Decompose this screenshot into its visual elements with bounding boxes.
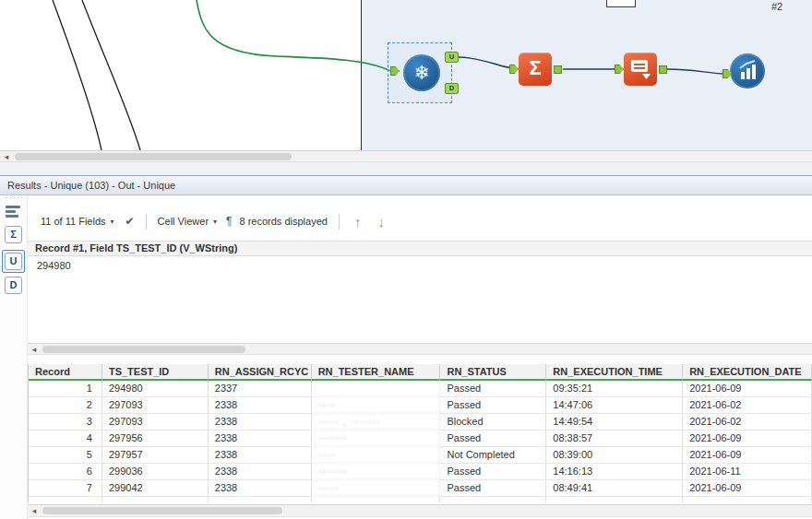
table-row[interactable]: 3 297093 2338 ····· , ······· Blocked 14…	[29, 414, 812, 431]
fields-dropdown[interactable]: 11 of 11 Fields ▾	[41, 216, 114, 227]
table-row[interactable]: 4 297956 2338 ······· Passed 08:38:57 20…	[29, 431, 812, 447]
cell-status[interactable]: Not Completed	[440, 447, 546, 464]
cell-record[interactable]: 2	[29, 397, 102, 414]
cell-tester[interactable]: ·······	[312, 431, 441, 447]
table-row[interactable]: 1 294980 2337 Passed 09:35:21 2021-06-09	[29, 381, 812, 397]
cell-rcyc[interactable]: 2338	[209, 397, 312, 414]
workflow-canvas[interactable]: #2 ❄ U D Σ	[0, 0, 812, 150]
cell-test-id[interactable]: 297093	[102, 397, 209, 414]
scroll-left-arrow-icon[interactable]: ◂	[0, 151, 13, 161]
cell-rcyc[interactable]: 2338	[209, 431, 312, 447]
cell-record[interactable]: 4	[29, 431, 102, 447]
cell-time[interactable]: 14:47:06	[546, 397, 683, 414]
cell-test-id[interactable]: 299042	[102, 480, 209, 497]
cell-date[interactable]: 2021-06-09	[683, 431, 812, 447]
cell-rcyc[interactable]: 2338	[209, 464, 312, 480]
cell-test-id[interactable]: 297093	[102, 414, 209, 431]
table-horizontal-scrollbar[interactable]: ◂	[28, 504, 812, 517]
cell-viewer-scrollbar-thumb[interactable]	[42, 346, 245, 353]
results-toolbar: 11 of 11 Fields ▾ ✔ Cell Viewer ▾ ¶ 8 re…	[28, 208, 812, 234]
canvas-horizontal-scrollbar[interactable]: ◂	[0, 150, 812, 162]
cell-time[interactable]: 08:39:00	[546, 447, 683, 464]
cell-tester[interactable]: ····· , ·······	[312, 414, 441, 431]
cell-viewer-dropdown[interactable]: Cell Viewer ▾	[158, 216, 217, 227]
cell-date[interactable]: 2021-06-11	[683, 464, 812, 480]
column-header[interactable]: RN_EXECUTION_TIME	[546, 364, 683, 381]
column-header[interactable]: RN_ASSIGN_RCYC	[209, 364, 312, 381]
cell-status[interactable]: Passed	[440, 397, 546, 414]
cell-date[interactable]: 2021-06-09	[683, 480, 812, 497]
table-row[interactable]: 7 299042 2338 ····· Passed 08:49:41 2021…	[29, 480, 812, 497]
column-header[interactable]: RN_TESTER_NAME	[312, 364, 441, 381]
column-header[interactable]: RN_EXECUTION_DATE	[683, 364, 812, 381]
summarize-output-anchor[interactable]	[554, 65, 562, 74]
comment-box-partial[interactable]	[606, 0, 636, 7]
cell-record[interactable]: 7	[29, 480, 102, 497]
cell-viewer-scrollbar[interactable]: ◂	[28, 343, 812, 355]
cell-time[interactable]: 08:38:57	[546, 431, 683, 447]
table-row[interactable]: 5 297957 2338 ···· Not Completed 08:39:0…	[29, 447, 812, 464]
cell-time[interactable]: 14:49:54	[546, 414, 683, 431]
cell-tester[interactable]: ····	[312, 397, 441, 414]
table-row[interactable]: 2 297093 2338 ···· Passed 14:47:06 2021-…	[29, 397, 812, 414]
cell-test-id[interactable]: 294980	[102, 381, 209, 397]
cell-date[interactable]: 2021-06-02	[683, 397, 812, 414]
scroll-left-arrow-icon[interactable]: ◂	[28, 505, 41, 516]
crosstab-output-anchor[interactable]	[659, 65, 667, 74]
cell-test-id[interactable]: 297956	[102, 431, 209, 447]
cell-time[interactable]: 08:49:41	[546, 480, 683, 497]
apply-check-icon[interactable]: ✔	[125, 215, 135, 228]
cell-record[interactable]: 1	[29, 381, 102, 397]
unique-output-d-anchor[interactable]: D	[445, 83, 459, 94]
cell-tester[interactable]: ·······	[312, 464, 441, 480]
cell-test-id[interactable]: 299036	[102, 464, 209, 480]
cell-test-id[interactable]: 297957	[102, 447, 209, 464]
unique-u-view-selected[interactable]: U	[2, 250, 25, 273]
column-header[interactable]: Record	[29, 364, 102, 381]
cell-rcyc[interactable]: 2338	[209, 480, 312, 497]
cell-status[interactable]: Blocked	[440, 414, 546, 431]
scroll-left-arrow-icon[interactable]: ◂	[28, 344, 41, 354]
cell-tester[interactable]	[312, 381, 441, 397]
cell-status[interactable]: Passed	[440, 480, 546, 497]
unique-d-view-icon[interactable]: D	[5, 277, 22, 294]
cell-rcyc[interactable]: 2338	[209, 447, 312, 464]
scroll-down-icon[interactable]: ↓	[377, 214, 385, 230]
unique-output-u-anchor[interactable]: U	[445, 52, 459, 63]
wire-black-2	[82, 0, 140, 150]
summarize-tool[interactable]: Σ	[519, 53, 552, 86]
cell-time[interactable]: 09:35:21	[546, 381, 683, 397]
cell-tester[interactable]: ·····	[312, 480, 441, 497]
chart-tool[interactable]	[730, 53, 765, 88]
cell-record[interactable]: 3	[29, 414, 102, 431]
table-row-partial[interactable]	[29, 497, 812, 502]
column-header[interactable]: TS_TEST_ID	[102, 364, 209, 381]
unique-tool[interactable]: ❄	[403, 54, 440, 91]
cell-status[interactable]: Passed	[440, 464, 546, 480]
scroll-up-icon[interactable]: ↑	[354, 214, 362, 230]
cell-time[interactable]: 14:16:13	[546, 464, 683, 480]
cell-record[interactable]: 6	[29, 464, 102, 480]
cell-status[interactable]: Passed	[440, 381, 546, 397]
column-header[interactable]: RN_STATUS	[440, 364, 546, 381]
cell-tester[interactable]: ····	[312, 447, 441, 464]
cell-date[interactable]: 2021-06-09	[683, 447, 812, 464]
cell-date[interactable]: 2021-06-02	[683, 414, 812, 431]
toolbar-separator	[339, 214, 340, 230]
cell-date[interactable]: 2021-06-09	[683, 381, 812, 397]
profile-view-icon[interactable]	[6, 206, 22, 218]
cell-viewer-label: Cell Viewer	[158, 216, 209, 227]
cell-status[interactable]: Passed	[440, 431, 546, 447]
summarize-view-icon[interactable]: Σ	[5, 226, 22, 243]
cell-rcyc[interactable]: 2338	[209, 414, 312, 431]
canvas-scrollbar-thumb[interactable]	[15, 153, 292, 160]
cell-record[interactable]: 5	[29, 447, 102, 464]
cell-rcyc[interactable]: 2337	[209, 381, 312, 397]
wire-crosstab-to-chart	[667, 69, 724, 74]
chevron-down-icon: ▾	[213, 218, 217, 226]
window-splitter[interactable]	[0, 162, 812, 175]
whitespace-toggle-icon[interactable]: ¶	[226, 215, 232, 228]
crosstab-tool[interactable]	[624, 53, 657, 86]
table-scrollbar-thumb[interactable]	[42, 507, 282, 514]
table-row[interactable]: 6 299036 2338 ······· Passed 14:16:13 20…	[29, 464, 812, 480]
